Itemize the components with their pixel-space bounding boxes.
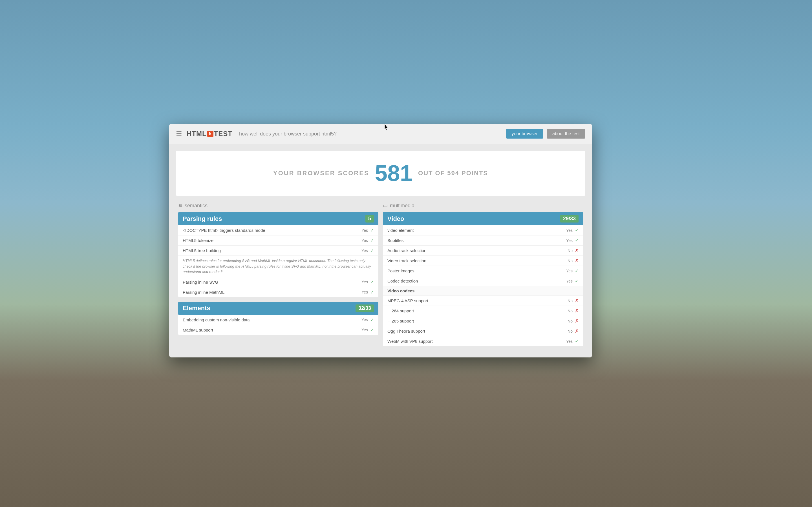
feature-ogg-name: Ogg Theora support (388, 329, 567, 334)
feature-h264-value: No (567, 309, 573, 313)
nav-buttons: your browser about the test (506, 129, 585, 138)
feature-mpeg4-name: MPEG-4 ASP support (388, 298, 567, 303)
multimedia-label: multimedia (390, 203, 414, 209)
feature-h264: H.264 support No ✗ (383, 306, 583, 316)
video-score: 29/33 (560, 215, 578, 223)
feature-h264-check: ✗ (575, 308, 578, 314)
parsing-rules-score: 5 (365, 215, 374, 223)
feature-video-element-name: video element (388, 228, 566, 233)
feature-ogg-value: No (567, 329, 573, 334)
tagline: how well does your browser support html5… (239, 131, 337, 137)
content-area: ≋ semantics Parsing rules 5 <!DOCTYPE ht… (169, 203, 592, 357)
elements-title: Elements (183, 304, 210, 312)
feature-audio-track-value: No (567, 248, 573, 253)
video-title: Video (388, 215, 404, 223)
feature-inline-mathml: Parsing inline MathML Yes ✓ (178, 287, 378, 297)
feature-doctype-name: <!DOCTYPE html> triggers standards mode (183, 228, 361, 233)
feature-audio-track-check: ✗ (575, 248, 578, 253)
feature-h265-name: H.265 support (388, 319, 567, 323)
logo-test: TEST (214, 130, 232, 138)
feature-ogg: Ogg Theora support No ✗ (383, 326, 583, 336)
feature-poster: Poster images Yes ✓ (383, 266, 583, 276)
feature-tree-name: HTML5 tree building (183, 248, 361, 253)
feature-subtitles-name: Subtitles (388, 238, 566, 243)
feature-webm: WebM with VP8 support Yes ✓ (383, 336, 583, 346)
logo: HTML 5 TEST (187, 130, 232, 138)
browser-window: ☰ HTML 5 TEST how well does your browser… (169, 124, 592, 357)
feature-audio-track: Audio track selection No ✗ (383, 245, 583, 256)
score-prefix: YOUR BROWSER SCORES (273, 170, 369, 177)
feature-h264-name: H.264 support (388, 308, 567, 313)
semantics-column: ≋ semantics Parsing rules 5 <!DOCTYPE ht… (176, 203, 380, 351)
feature-doctype-value: Yes (361, 228, 368, 233)
feature-codec-value: Yes (566, 279, 573, 283)
feature-doctype-check: ✓ (370, 228, 374, 233)
about-test-button[interactable]: about the test (547, 129, 585, 138)
feature-inline-mathml-check: ✓ (370, 290, 374, 295)
logo-5: 5 (207, 131, 213, 137)
feature-mathml-name: MathML support (183, 328, 361, 332)
feature-video-element: video element Yes ✓ (383, 225, 583, 235)
feature-poster-check: ✓ (575, 268, 578, 274)
feature-subtitles: Subtitles Yes ✓ (383, 235, 583, 245)
your-browser-button[interactable]: your browser (506, 129, 543, 138)
parsing-description: HTML5 defines rules for embedding SVG an… (178, 256, 378, 277)
feature-mpeg4-check: ✗ (575, 298, 578, 303)
feature-subtitles-check: ✓ (575, 238, 578, 243)
feature-ogg-check: ✗ (575, 328, 578, 334)
feature-video-element-value: Yes (566, 228, 573, 233)
feature-webm-check: ✓ (575, 339, 578, 344)
feature-video-track-name: Video track selection (388, 258, 567, 263)
feature-custom-data-check: ✓ (370, 317, 374, 323)
hamburger-icon[interactable]: ☰ (176, 130, 182, 138)
feature-h265: H.265 support No ✗ (383, 316, 583, 326)
multimedia-icon: ▭ (383, 203, 388, 209)
feature-tokenizer: HTML5 tokenizer Yes ✓ (178, 235, 378, 245)
feature-inline-svg-name: Parsing inline SVG (183, 280, 361, 284)
score-suffix: OUT OF 594 POINTS (418, 170, 488, 177)
semantics-icon: ≋ (178, 203, 183, 209)
feature-video-element-check: ✓ (575, 228, 578, 233)
score-number: 581 (375, 162, 412, 184)
feature-h265-value: No (567, 319, 573, 323)
feature-inline-svg-value: Yes (361, 280, 368, 284)
feature-audio-track-name: Audio track selection (388, 248, 567, 253)
feature-inline-mathml-value: Yes (361, 290, 368, 294)
video-codecs-header: Video codecs (383, 286, 583, 296)
feature-doctype: <!DOCTYPE html> triggers standards mode … (178, 225, 378, 235)
titlebar: ☰ HTML 5 TEST how well does your browser… (169, 124, 592, 144)
feature-custom-data-value: Yes (361, 318, 368, 322)
feature-custom-data-name: Embedding custom non-visible data (183, 318, 361, 322)
logo-html: HTML (187, 130, 207, 138)
video-list: video element Yes ✓ Subtitles Yes ✓ Audi… (383, 225, 583, 346)
elements-list: Embedding custom non-visible data Yes ✓ … (178, 315, 378, 335)
feature-codec-name: Codec detection (388, 279, 566, 283)
feature-inline-mathml-name: Parsing inline MathML (183, 290, 361, 295)
feature-video-track-check: ✗ (575, 258, 578, 263)
score-banner: YOUR BROWSER SCORES 581 OUT OF 594 POINT… (176, 151, 585, 196)
feature-inline-svg-check: ✓ (370, 279, 374, 285)
parsing-rules-title: Parsing rules (183, 215, 222, 223)
feature-codec-check: ✓ (575, 278, 578, 284)
feature-poster-name: Poster images (388, 269, 566, 273)
feature-tree-check: ✓ (370, 248, 374, 253)
multimedia-header: ▭ multimedia (383, 203, 583, 209)
feature-mathml-value: Yes (361, 328, 368, 332)
feature-tree-building: HTML5 tree building Yes ✓ (178, 245, 378, 256)
feature-poster-value: Yes (566, 269, 573, 273)
feature-subtitles-value: Yes (566, 238, 573, 243)
parsing-rules-header: Parsing rules 5 (178, 212, 378, 225)
feature-video-track-value: No (567, 259, 573, 263)
multimedia-column: ▭ multimedia Video 29/33 video element Y… (380, 203, 585, 351)
feature-video-track: Video track selection No ✗ (383, 256, 583, 266)
feature-mpeg4-value: No (567, 298, 573, 303)
feature-inline-svg: Parsing inline SVG Yes ✓ (178, 277, 378, 287)
elements-score: 32/33 (356, 304, 374, 312)
feature-custom-data: Embedding custom non-visible data Yes ✓ (178, 315, 378, 325)
elements-header: Elements 32/33 (178, 302, 378, 315)
feature-webm-value: Yes (566, 339, 573, 344)
feature-mathml-check: ✓ (370, 327, 374, 333)
feature-tokenizer-check: ✓ (370, 238, 374, 243)
feature-h265-check: ✗ (575, 318, 578, 324)
feature-tree-value: Yes (361, 248, 368, 253)
